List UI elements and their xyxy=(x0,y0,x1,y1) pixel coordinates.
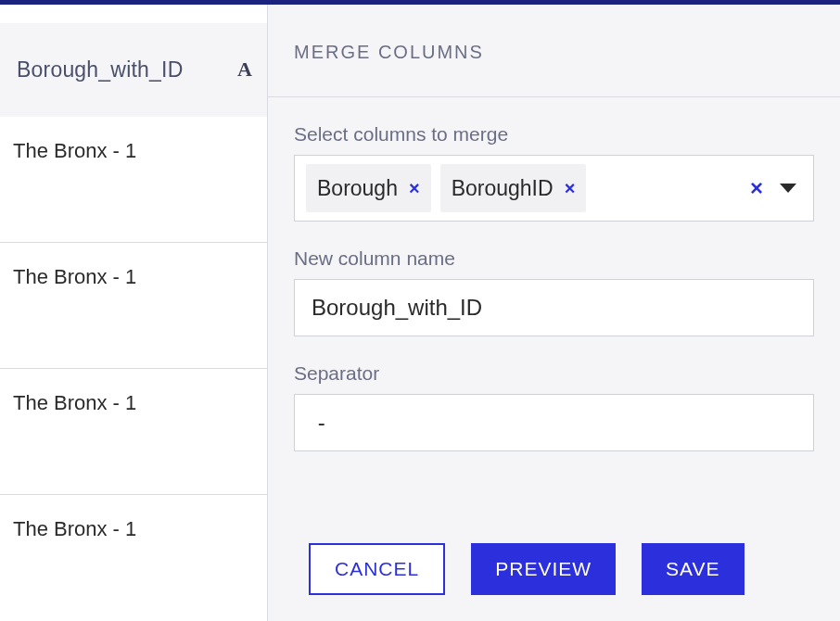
remove-chip-icon[interactable]: × xyxy=(409,178,420,199)
column-chip-label: BoroughID xyxy=(452,176,554,201)
separator-label: Separator xyxy=(294,362,814,385)
separator-input[interactable] xyxy=(294,394,814,451)
new-column-name-label: New column name xyxy=(294,247,814,270)
clear-all-icon[interactable]: × xyxy=(750,175,763,201)
column-header[interactable]: Borough_with_ID A xyxy=(0,23,267,117)
merge-panel: MERGE COLUMNS Select columns to merge Bo… xyxy=(268,5,840,621)
column-header-name: Borough_with_ID xyxy=(17,57,183,82)
cell-value: The Bronx - 1 xyxy=(13,517,136,540)
cell-value: The Bronx - 1 xyxy=(13,391,136,414)
save-button[interactable]: SAVE xyxy=(642,543,744,595)
column-chip-label: Borough xyxy=(317,176,398,201)
chevron-down-icon[interactable] xyxy=(780,184,796,193)
panel-body: Select columns to merge Borough × Boroug… xyxy=(268,97,840,517)
cell-value: The Bronx - 1 xyxy=(13,265,136,288)
text-type-icon: A xyxy=(237,57,252,82)
multiselect-controls: × xyxy=(750,175,802,201)
column-chip: Borough × xyxy=(306,164,431,212)
cell-value: The Bronx - 1 xyxy=(13,139,136,162)
columns-multiselect[interactable]: Borough × BoroughID × × xyxy=(294,155,814,222)
table-row: The Bronx - 1 xyxy=(0,369,267,495)
merge-columns-dialog: Borough_with_ID A The Bronx - 1 The Bron… xyxy=(0,0,840,621)
table-row: The Bronx - 1 xyxy=(0,495,267,621)
preview-column: Borough_with_ID A The Bronx - 1 The Bron… xyxy=(0,5,268,621)
table-row: The Bronx - 1 xyxy=(0,117,267,243)
select-columns-label: Select columns to merge xyxy=(294,123,814,146)
cancel-button[interactable]: CANCEL xyxy=(309,543,445,595)
remove-chip-icon[interactable]: × xyxy=(565,178,576,199)
table-row: The Bronx - 1 xyxy=(0,243,267,369)
panel-footer: CANCEL PREVIEW SAVE xyxy=(268,517,840,621)
new-column-name-input[interactable] xyxy=(294,279,814,336)
panel-title: MERGE COLUMNS xyxy=(268,5,840,97)
preview-button[interactable]: PREVIEW xyxy=(471,543,616,595)
column-chip: BoroughID × xyxy=(440,164,587,212)
